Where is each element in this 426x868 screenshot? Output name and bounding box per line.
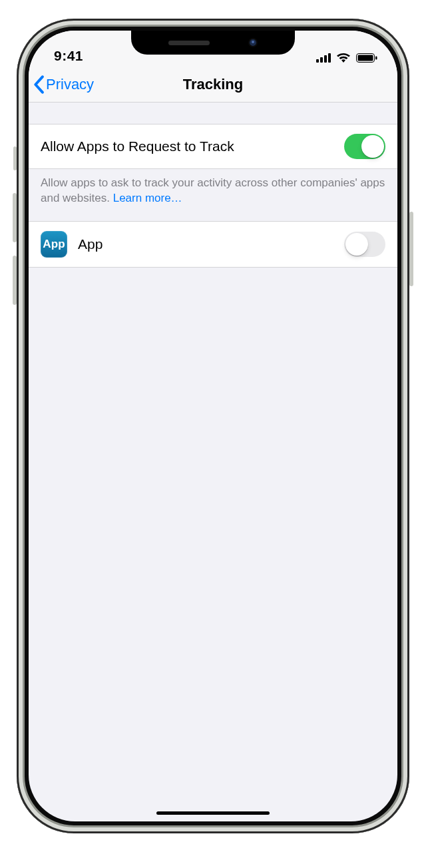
wifi-icon — [336, 53, 351, 63]
notch — [131, 31, 295, 55]
mute-switch — [13, 146, 17, 170]
app-icon: App — [41, 231, 67, 258]
cellular-icon — [316, 53, 331, 63]
allow-apps-to-track-toggle[interactable] — [344, 134, 385, 159]
battery-icon — [356, 53, 377, 63]
allow-apps-to-track-label: Allow Apps to Request to Track — [41, 138, 234, 154]
footer-text: Allow apps to ask to track your activity… — [41, 176, 385, 204]
svg-rect-6 — [375, 56, 377, 59]
status-icons — [316, 53, 377, 64]
learn-more-link[interactable]: Learn more… — [113, 192, 182, 204]
speaker-grill — [168, 41, 210, 45]
chevron-left-icon — [33, 75, 45, 94]
app-name-label: App — [78, 236, 103, 252]
svg-rect-2 — [324, 55, 327, 63]
power-button — [409, 212, 413, 286]
svg-rect-3 — [328, 53, 331, 63]
svg-rect-1 — [320, 57, 323, 63]
screen: 9:41 — [29, 31, 397, 821]
page-title: Tracking — [183, 76, 243, 93]
svg-rect-5 — [358, 55, 373, 61]
svg-rect-0 — [316, 59, 319, 63]
home-indicator[interactable] — [156, 811, 270, 815]
back-button[interactable]: Privacy — [33, 67, 94, 102]
back-button-label: Privacy — [46, 76, 94, 93]
app-tracking-toggle[interactable] — [344, 232, 385, 257]
nav-bar: Privacy Tracking — [29, 67, 397, 103]
section-footer: Allow apps to ask to track your activity… — [29, 169, 397, 221]
front-camera — [248, 38, 258, 47]
allow-apps-to-track-row: Allow Apps to Request to Track — [29, 124, 397, 169]
volume-up-button — [13, 193, 17, 242]
volume-down-button — [13, 256, 17, 305]
status-time: 9:41 — [54, 48, 83, 64]
content: Allow Apps to Request to Track Allow app… — [29, 103, 397, 268]
app-row: App App — [29, 221, 397, 268]
phone-frame: 9:41 — [17, 19, 409, 833]
